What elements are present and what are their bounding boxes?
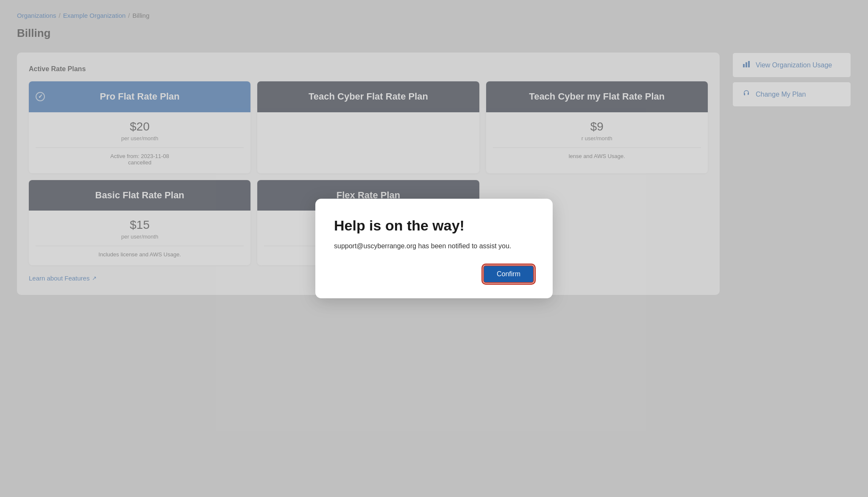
modal-footer: Confirm [334, 265, 534, 283]
modal-title: Help is on the way! [334, 217, 534, 234]
confirm-button[interactable]: Confirm [483, 265, 534, 283]
modal-box: Help is on the way! support@uscyberrange… [315, 199, 553, 298]
modal-overlay: Help is on the way! support@uscyberrange… [0, 0, 868, 497]
modal-message: support@uscyberrange.org has been notifi… [334, 242, 534, 250]
